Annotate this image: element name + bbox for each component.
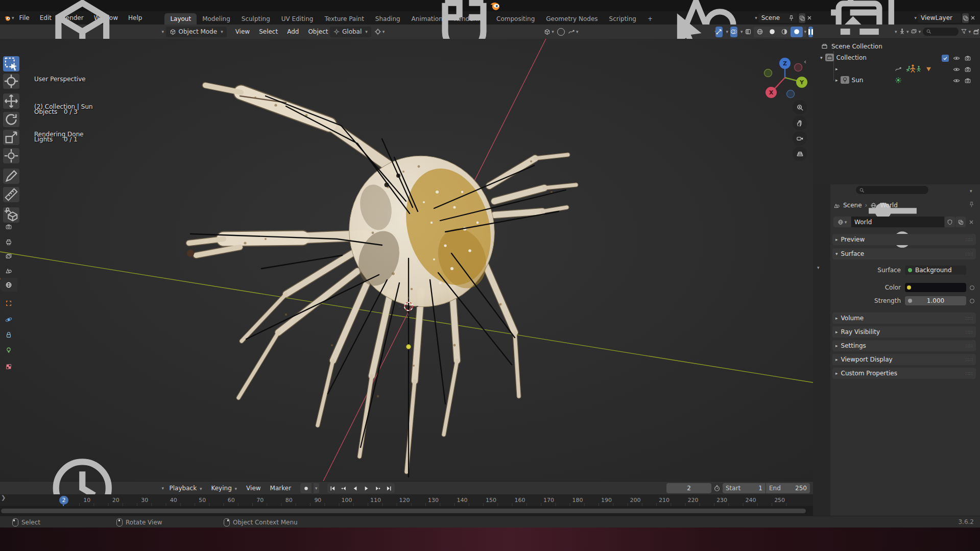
record-button[interactable] <box>300 483 312 493</box>
timeline-scrollbar[interactable] <box>1 509 806 513</box>
panel-viewport-display[interactable]: ▸Viewport Display∷∷ <box>832 354 976 365</box>
breadcrumb-scene[interactable]: Scene <box>843 202 862 209</box>
eye-icon[interactable] <box>953 66 960 73</box>
checkbox[interactable] <box>942 55 949 62</box>
frame-end-field[interactable]: End 250 <box>766 483 810 493</box>
panel-preview[interactable]: ▸Preview∷∷ <box>832 234 976 245</box>
menu-playback[interactable]: Playback ▾ <box>165 485 207 492</box>
current-frame-field[interactable]: 2 <box>666 483 711 493</box>
camera-icon[interactable] <box>964 77 971 84</box>
transform-orientation-dropdown[interactable]: Global▾ <box>330 27 371 37</box>
camera-view-icon[interactable] <box>793 131 807 146</box>
proportional-editing-icon[interactable] <box>557 28 565 36</box>
shading-solid-icon[interactable] <box>766 27 778 37</box>
gizmo-icon[interactable] <box>715 27 723 37</box>
jump-to-end-button[interactable] <box>384 483 395 493</box>
shading-rendered-icon[interactable] <box>791 27 803 37</box>
animate-color-dot[interactable] <box>970 285 974 290</box>
filter-object-icon[interactable]: ▾ <box>899 28 909 35</box>
jump-to-start-button[interactable] <box>327 483 339 493</box>
workspace-tab[interactable]: UV Editing <box>276 13 319 25</box>
snap-target-dropdown[interactable]: ▾ <box>544 29 554 35</box>
copy-icon[interactable] <box>962 13 969 23</box>
annotate-tool[interactable] <box>3 169 19 184</box>
workspace-tab[interactable]: Layout <box>164 13 197 25</box>
workspace-tab[interactable]: + <box>642 13 658 25</box>
tab-texture[interactable] <box>0 360 17 373</box>
disclosure-triangle[interactable]: ▸ <box>835 66 838 71</box>
menu-object[interactable]: Object <box>303 28 332 35</box>
mode-dropdown[interactable]: Object Mode ▾ <box>166 27 227 37</box>
select-box-tool[interactable] <box>3 56 19 71</box>
menu-keying[interactable]: Keying ▾ <box>206 485 242 492</box>
falloff-dropdown[interactable]: ▾ <box>568 28 579 35</box>
disclosure-triangle[interactable]: ▸ <box>835 78 838 83</box>
pin-icon[interactable] <box>968 201 975 208</box>
shading-wireframe-icon[interactable] <box>754 27 766 37</box>
tab-world[interactable] <box>0 278 17 292</box>
outliner-row-collection[interactable]: ▾ Collection <box>820 53 867 62</box>
unlink-icon[interactable] <box>966 217 976 227</box>
pan-hand-icon[interactable] <box>793 116 807 130</box>
play-button[interactable] <box>361 483 372 493</box>
camera-icon[interactable] <box>964 66 971 73</box>
menu-view-timeline[interactable]: View <box>242 485 265 492</box>
tab-output[interactable] <box>0 235 17 249</box>
viewlayer-name-field[interactable]: ViewLayer <box>918 13 961 23</box>
surface-value-dropdown[interactable]: Background <box>905 266 966 275</box>
workspace-tab[interactable]: Sculpting <box>236 13 276 25</box>
properties-search-input[interactable] <box>856 186 928 194</box>
play-reverse-button[interactable] <box>350 483 361 493</box>
strength-slider[interactable]: 1.000 <box>905 296 966 305</box>
menu-view[interactable]: View <box>231 28 254 35</box>
pause-render-icon[interactable] <box>808 27 813 37</box>
viewport-3d-canvas[interactable] <box>0 39 813 481</box>
panel-ray-visibility[interactable]: ▸Ray Visibility∷∷ <box>832 326 976 338</box>
tab-object-data[interactable] <box>0 343 17 357</box>
menu-marker[interactable]: Marker <box>266 485 296 492</box>
cursor-tool[interactable] <box>3 74 19 89</box>
x-ray-icon[interactable] <box>745 27 752 37</box>
shading-material-icon[interactable] <box>778 27 791 37</box>
tab-constraints[interactable] <box>0 328 17 342</box>
chevron-down-icon[interactable]: ▾ <box>915 15 917 20</box>
workspace-tab[interactable]: Scripting <box>604 13 642 25</box>
jump-prev-keyframe-button[interactable] <box>339 483 350 493</box>
frame-start-field[interactable]: Start 1 <box>723 483 766 493</box>
browse-world-button[interactable]: ▾ <box>833 217 851 227</box>
timeline-ruler[interactable]: 1020304050607080901001101201301401501601… <box>0 494 813 506</box>
display-mode-icon[interactable]: ▾ <box>911 28 921 35</box>
new-collection-icon[interactable] <box>973 28 980 35</box>
eye-icon[interactable] <box>953 55 960 62</box>
outliner-row-scene-collection[interactable]: Scene Collection <box>820 41 882 51</box>
rotate-tool[interactable] <box>3 112 19 127</box>
zoom-icon[interactable] <box>793 100 807 114</box>
workspace-tab[interactable]: Modeling <box>197 13 236 25</box>
breadcrumb-world[interactable]: World <box>880 202 897 209</box>
grid-ortho-icon[interactable] <box>793 147 807 161</box>
panel-volume[interactable]: ▸Volume∷∷ <box>832 313 976 324</box>
outliner-search-input[interactable] <box>923 28 959 36</box>
panel-settings[interactable]: ▸Settings∷∷ <box>832 340 976 351</box>
properties-options-dropdown[interactable]: ▾ <box>969 187 972 194</box>
tab-view-layer[interactable] <box>0 249 17 263</box>
measure-tool[interactable] <box>3 187 19 202</box>
sidebar-collapse-arrow[interactable]: ‹ <box>804 58 806 65</box>
fake-user-shield-icon[interactable] <box>945 217 955 227</box>
outliner-row-sun[interactable]: ▸ Sun <box>835 75 863 85</box>
tab-tool[interactable] <box>0 203 17 217</box>
transform-tool[interactable] <box>3 148 19 163</box>
playhead-frame-badge[interactable]: 2 <box>59 496 68 505</box>
pivot-point-dropdown[interactable]: ▾ <box>374 28 385 35</box>
disclosure-triangle[interactable]: ▾ <box>820 55 823 60</box>
color-swatch-field[interactable] <box>905 283 966 292</box>
move-tool[interactable] <box>3 93 19 109</box>
panel-surface[interactable]: ▾Surface∷∷ <box>832 248 976 259</box>
eye-icon[interactable] <box>953 77 960 84</box>
tab-render[interactable] <box>0 220 17 233</box>
jump-next-keyframe-button[interactable] <box>372 483 384 493</box>
tab-scene[interactable] <box>0 263 17 277</box>
overlays-icon[interactable] <box>730 27 737 37</box>
timeline-collapse-arrow[interactable]: ❯ <box>1 494 6 501</box>
world-name-field[interactable]: World <box>851 217 944 227</box>
